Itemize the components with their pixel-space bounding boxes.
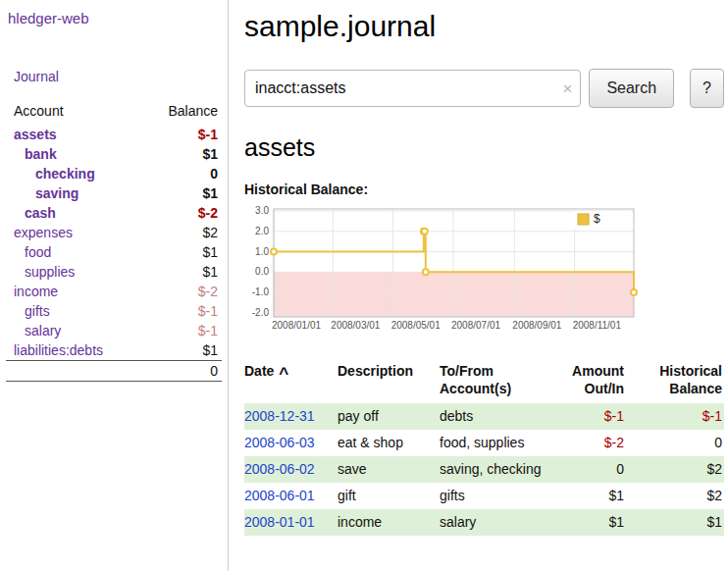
transaction-date-link[interactable]: 2008-12-31	[244, 408, 315, 424]
register-row[interactable]: 2008-12-31pay offdebts$-1$-1	[244, 403, 724, 430]
account-row: saving$1	[6, 183, 222, 203]
search-box: ×	[244, 70, 581, 107]
transaction-amount: $-2	[549, 430, 632, 456]
transaction-balance: $-1	[632, 403, 724, 430]
account-row: supplies$1	[6, 262, 222, 282]
svg-text:2.0: 2.0	[255, 226, 269, 236]
account-link[interactable]: checking	[35, 166, 95, 182]
account-balance: $2	[138, 223, 222, 242]
transaction-amount: $1	[549, 483, 632, 509]
transaction-date-link[interactable]: 2008-06-03	[244, 435, 315, 450]
transaction-balance: 0	[632, 430, 724, 456]
svg-text:2008/01/01: 2008/01/01	[272, 320, 321, 331]
svg-text:2008/07/01: 2008/07/01	[451, 320, 500, 331]
account-balance: $1	[138, 242, 222, 262]
transaction-accounts: gifts	[440, 483, 549, 509]
account-link[interactable]: cash	[25, 205, 56, 221]
transaction-description: eat & shop	[338, 430, 440, 456]
chart-point	[423, 269, 429, 275]
account-balance: $1	[138, 262, 222, 282]
chart-point	[271, 249, 277, 255]
svg-text:-2.0: -2.0	[252, 307, 270, 318]
register-header-amount: Amount Out/In	[549, 360, 632, 403]
account-row: checking0	[6, 164, 222, 183]
account-link[interactable]: expenses	[14, 225, 73, 240]
journal-nav-link[interactable]: Journal	[14, 69, 59, 84]
accounts-total-value: 0	[138, 361, 222, 382]
transaction-description: gift	[338, 483, 440, 509]
transaction-date-link[interactable]: 2008-06-01	[244, 488, 315, 503]
svg-text:0.0: 0.0	[255, 266, 269, 277]
chart-point	[422, 229, 428, 234]
transaction-accounts: saving, checking	[440, 456, 549, 483]
register-row[interactable]: 2008-06-01giftgifts$1$2	[244, 483, 724, 509]
chart-legend-label: $	[594, 212, 600, 226]
account-link[interactable]: assets	[14, 127, 57, 142]
register-row[interactable]: 2008-06-03eat & shopfood, supplies$-20	[244, 430, 724, 456]
app-title-link[interactable]: hledger-web	[8, 10, 89, 26]
transaction-accounts: salary	[440, 509, 549, 536]
page-title: sample.journal	[244, 10, 724, 43]
account-balance: 0	[138, 164, 222, 183]
register-header-description: Description	[338, 360, 440, 403]
transaction-date-link[interactable]: 2008-06-02	[244, 461, 315, 477]
account-link[interactable]: salary	[25, 323, 61, 338]
account-balance: $1	[138, 183, 222, 203]
help-button[interactable]: ?	[690, 69, 724, 108]
transaction-description: income	[338, 509, 440, 536]
register-header-accounts: To/From Account(s)	[440, 360, 549, 403]
search-button[interactable]: Search	[589, 69, 674, 108]
register-row[interactable]: 2008-06-02savesaving, checking0$2	[244, 456, 724, 483]
account-link[interactable]: bank	[25, 146, 57, 162]
transaction-balance: $2	[632, 483, 724, 509]
historical-balance-chart: 3.02.01.00.0-1.0-2.02008/01/012008/03/01…	[244, 205, 639, 342]
account-row: bank$1	[6, 144, 222, 164]
search-input[interactable]	[244, 70, 581, 107]
accounts-total-row: 0	[6, 361, 222, 382]
account-row: gifts$-1	[6, 301, 222, 321]
account-heading: assets	[244, 133, 724, 162]
account-balance: $-2	[138, 282, 222, 301]
chart-point	[631, 289, 637, 295]
account-link[interactable]: saving	[35, 185, 78, 201]
account-row: salary$-1	[6, 321, 222, 340]
account-link[interactable]: liabilities:debts	[14, 342, 103, 358]
clear-search-icon[interactable]: ×	[562, 80, 572, 97]
account-row: income$-2	[6, 282, 222, 301]
transaction-amount: 0	[549, 456, 632, 483]
account-balance: $1	[138, 144, 222, 164]
account-row: cash$-2	[6, 203, 222, 223]
account-balance: $1	[138, 340, 222, 361]
register-header-date[interactable]: Date^	[244, 360, 338, 403]
transaction-amount: $1	[549, 509, 632, 536]
svg-text:-1.0: -1.0	[252, 286, 270, 297]
register-row[interactable]: 2008-01-01incomesalary$1$1	[244, 509, 724, 536]
transaction-date-link[interactable]: 2008-01-01	[244, 514, 315, 530]
chart-negative-region	[274, 272, 634, 317]
transaction-balance: $2	[632, 456, 724, 483]
accounts-header-account: Account	[6, 100, 138, 125]
sidebar: hledger-web Journal Account Balance asse…	[0, 0, 229, 571]
account-balance: $-1	[138, 125, 222, 144]
transaction-amount: $-1	[549, 403, 632, 430]
transaction-accounts: food, supplies	[440, 430, 549, 456]
chart-title-label: Historical Balance:	[244, 182, 724, 197]
chart-legend-swatch	[578, 214, 589, 225]
account-row: assets$-1	[6, 125, 222, 144]
accounts-table: Account Balance assets$-1bank$1checking0…	[6, 100, 222, 382]
register-body: 2008-12-31pay offdebts$-1$-12008-06-03ea…	[244, 403, 724, 535]
account-link[interactable]: gifts	[25, 303, 50, 319]
account-row: food$1	[6, 242, 222, 262]
account-balance: $-1	[138, 321, 222, 340]
account-link[interactable]: food	[25, 244, 51, 260]
account-link[interactable]: income	[14, 284, 58, 299]
register-header-balance: Historical Balance	[632, 360, 724, 403]
sort-ascending-icon: ^	[279, 363, 288, 385]
transaction-description: pay off	[338, 403, 440, 430]
accounts-body: assets$-1bank$1checking0saving$1cash$-2e…	[6, 125, 222, 361]
register-header-row: Date^ Description To/From Account(s) Amo…	[244, 360, 724, 403]
transaction-balance: $1	[632, 509, 724, 536]
accounts-header-row: Account Balance	[6, 100, 222, 125]
account-link[interactable]: supplies	[25, 264, 75, 280]
account-row: expenses$2	[6, 223, 222, 242]
